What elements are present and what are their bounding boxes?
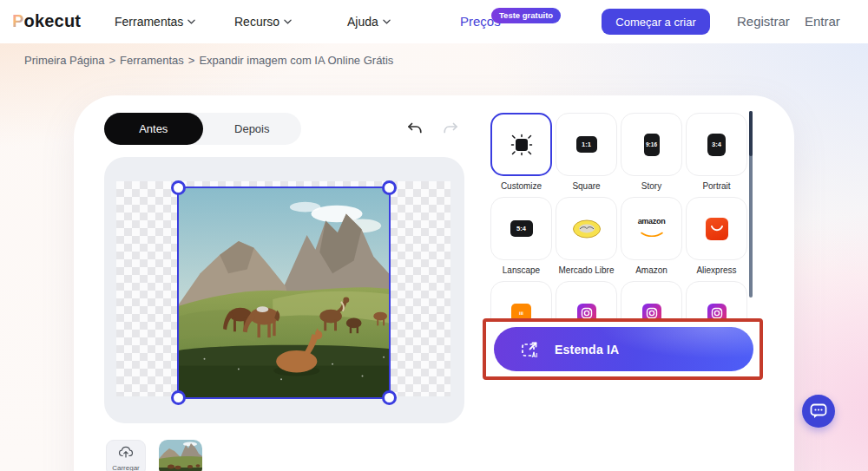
tab-antes[interactable]: Antes	[104, 113, 203, 145]
chat-support-button[interactable]	[802, 395, 835, 428]
ratio-option-story[interactable]: 9:16	[621, 113, 682, 176]
nav-item-recurso[interactable]: Recurso	[234, 15, 292, 29]
chevron-down-icon	[284, 19, 292, 24]
breadcrumb-separator: >	[188, 54, 195, 67]
uploaded-image-thumbnail[interactable]	[159, 440, 202, 471]
chevron-down-icon	[187, 19, 195, 24]
mountain-horses-photo	[179, 188, 389, 397]
instagram-icon	[707, 304, 727, 321]
undo-button[interactable]	[404, 120, 424, 139]
amazon-icon: amazon	[638, 217, 666, 241]
ratio-label: Portrait	[686, 181, 747, 191]
ratio-label: Amazon	[621, 265, 682, 275]
ratio-label: Mercado Libre	[556, 265, 617, 275]
svg-text:AI: AI	[532, 352, 538, 358]
extend-button-label: Estenda IA	[555, 343, 619, 357]
resize-handle-top-left[interactable]	[171, 180, 186, 195]
ratio-option-marketplace[interactable]: iii	[490, 281, 552, 320]
editor-canvas	[104, 157, 464, 423]
landscape-ratio-icon: 5:4	[510, 220, 533, 237]
ratio-option-amazon[interactable]: amazon	[621, 197, 682, 260]
mercado-libre-icon	[572, 219, 602, 239]
square-ratio-icon: 1:1	[576, 136, 597, 153]
logo-text: okecut	[24, 11, 82, 30]
ratio-label: Aliexpress	[686, 265, 747, 275]
taobao-icon: iii	[511, 304, 531, 320]
ai-expand-icon: AI	[520, 339, 540, 359]
ratio-label: Square	[556, 181, 617, 191]
tab-depois[interactable]: Depois	[203, 113, 302, 145]
instagram-icon	[577, 304, 596, 321]
story-ratio-icon: 9:16	[644, 134, 660, 156]
breadcrumb: Primeira Página>Ferramentas>Expandir ima…	[24, 54, 393, 67]
free-trial-badge: Teste gratuito	[491, 8, 561, 23]
login-link[interactable]: Entrar	[805, 14, 840, 29]
pokecut-logo[interactable]: Pokecut	[12, 11, 81, 31]
cloud-upload-icon	[118, 445, 134, 459]
breadcrumb-separator: >	[109, 54, 116, 67]
redo-button[interactable]	[442, 120, 461, 139]
resize-handle-bottom-right[interactable]	[382, 390, 397, 405]
start-creating-button[interactable]: Começar a criar	[602, 9, 710, 35]
customize-icon	[509, 132, 535, 158]
thumbnail-photo	[159, 440, 202, 471]
instagram-icon	[642, 304, 661, 321]
aspect-ratio-panel: Customize 1:1 Square 9:16 Story 3:4 Port…	[490, 111, 749, 320]
panel-scrollbar[interactable]	[749, 111, 753, 298]
ratio-option-aliexpress[interactable]	[686, 197, 747, 260]
top-navigation-bar: Pokecut Ferramentas Recurso Ajuda Preços…	[0, 0, 868, 43]
ratio-label: Story	[621, 181, 682, 191]
image-selection[interactable]	[177, 186, 391, 399]
breadcrumb-tools[interactable]: Ferramentas	[120, 54, 184, 67]
ratio-option-mercado-libre[interactable]	[556, 197, 617, 260]
ratio-option-instagram-1[interactable]	[556, 281, 617, 320]
portrait-ratio-icon: 3:4	[707, 134, 726, 156]
logo-p-glyph: P	[12, 11, 24, 30]
register-link[interactable]: Registrar	[737, 14, 790, 29]
ratio-option-landscape[interactable]: 5:4	[490, 197, 552, 260]
aspect-ratio-grid: Customize 1:1 Square 9:16 Story 3:4 Port…	[490, 111, 749, 320]
aliexpress-icon	[706, 218, 728, 240]
ratio-label: Customize	[490, 181, 552, 191]
ratio-option-customize[interactable]	[490, 113, 552, 176]
ratio-label: Lanscape	[490, 265, 552, 275]
chevron-down-icon	[383, 19, 391, 24]
nav-label: Ferramentas	[115, 15, 183, 29]
breadcrumb-home[interactable]: Primeira Página	[24, 54, 105, 67]
redo-icon	[442, 120, 461, 139]
ratio-option-instagram-3[interactable]	[686, 281, 747, 320]
upload-label: Carregar	[107, 464, 145, 471]
before-after-tab-group: Antes Depois	[104, 113, 301, 145]
extend-ai-button[interactable]: AI Estenda IA	[494, 327, 753, 371]
ratio-option-portrait[interactable]: 3:4	[686, 113, 747, 176]
resize-handle-top-right[interactable]	[382, 180, 397, 195]
breadcrumb-current-page: Expandir imagem com IA Online Grátis	[199, 54, 393, 67]
ratio-option-square[interactable]: 1:1	[556, 113, 617, 176]
undo-icon	[404, 120, 424, 139]
nav-item-ajuda[interactable]: Ajuda	[347, 15, 391, 29]
nav-label: Ajuda	[347, 15, 378, 29]
chat-bubble-icon	[810, 403, 827, 419]
ratio-option-instagram-2[interactable]	[621, 281, 682, 320]
nav-item-ferramentas[interactable]: Ferramentas	[115, 15, 195, 29]
nav-label: Recurso	[234, 15, 279, 29]
upload-image-button[interactable]: Carregar	[106, 440, 146, 471]
page: Pokecut Ferramentas Recurso Ajuda Preços…	[0, 0, 868, 471]
resize-handle-bottom-left[interactable]	[171, 390, 186, 405]
scrollbar-thumb[interactable]	[749, 111, 753, 156]
